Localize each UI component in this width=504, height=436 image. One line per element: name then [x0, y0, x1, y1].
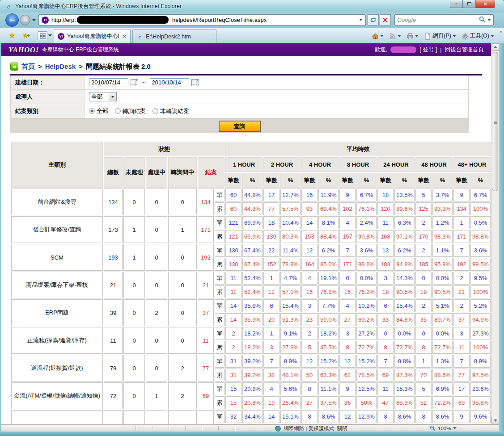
single-value-cell: 9 — [339, 382, 356, 395]
stop-button[interactable]: × — [380, 14, 391, 25]
cumulative-value-cell: 94.9% — [470, 313, 491, 326]
cumulative-value-cell: 37 — [453, 313, 470, 326]
history-dropdown-icon[interactable] — [32, 19, 36, 21]
cumulative-value-cell: 67.4% — [242, 258, 263, 271]
toolbar-overflow-icon[interactable]: » — [500, 29, 502, 34]
search-input[interactable] — [397, 17, 479, 23]
row-type-cell: 累 — [215, 313, 224, 326]
calendar-icon[interactable] — [131, 79, 138, 86]
cumulative-value-cell: 45.5% — [318, 341, 339, 354]
date-to-input[interactable] — [150, 78, 189, 87]
single-value-cell: 8.8% — [394, 355, 415, 368]
page-menu-button[interactable]: 網頁(P) — [422, 31, 458, 41]
single-value-cell: 2 — [225, 327, 241, 340]
close-window-button[interactable]: × — [476, 0, 495, 8]
tab-helpdesk-file[interactable]: e E:\HelpDesk2.htm — [132, 29, 216, 43]
address-dropdown-icon[interactable] — [359, 19, 363, 21]
status-value-cell: 0 — [168, 272, 197, 298]
maximize-button[interactable] — [463, 0, 476, 8]
tools-dropdown-icon[interactable] — [491, 35, 494, 37]
refresh-button[interactable] — [368, 14, 379, 25]
close-type-label: 結案類別 — [11, 104, 85, 118]
single-value-cell: 11 — [377, 216, 394, 229]
title-bar[interactable]: e Yahoo!奇摩購物中心ERP後台管理系統 - Windows Intern… — [0, 0, 504, 13]
form-row-close-type: 結案類別 全部轉詢結案非轉詢結案 — [11, 104, 468, 118]
minimize-button[interactable]: – — [450, 0, 463, 8]
back-home-link[interactable]: 回後台管理首頁 — [445, 46, 484, 54]
avg-time-group-header: 平均時效 — [225, 142, 491, 156]
cumulative-value-cell: 87.3% — [394, 369, 415, 382]
print-dropdown-icon[interactable] — [415, 35, 419, 37]
add-favorite-icon[interactable]: ★ + — [22, 31, 29, 39]
print-button[interactable] — [405, 32, 420, 41]
cumulative-value-cell: 57.5% — [280, 202, 301, 215]
search-dropdown-icon[interactable] — [487, 19, 491, 21]
single-value-cell: 3 — [301, 299, 318, 312]
internet-zone-icon — [275, 426, 281, 432]
sub-col-header: % — [470, 173, 491, 188]
single-value-cell: 6.7% — [356, 189, 377, 201]
page-icon — [424, 33, 431, 40]
single-value-cell: 2 — [453, 299, 470, 312]
cumulative-value-cell: 157 — [339, 230, 356, 243]
closed-value-cell: 171 — [198, 216, 214, 243]
close-type-radio-option[interactable]: 非轉詢結案 — [152, 107, 189, 115]
favorites-center-icon[interactable]: ★ — [9, 31, 15, 39]
cumulative-value-cell: 72.7% — [432, 341, 453, 354]
calendar-icon[interactable] — [191, 79, 199, 86]
cumulative-value-cell: 27.3% — [280, 341, 301, 354]
back-button[interactable]: ← — [5, 13, 19, 27]
page-scrollbar[interactable] — [491, 43, 499, 424]
forward-button[interactable]: → — [20, 15, 30, 25]
single-value-cell: 14 — [263, 410, 280, 423]
search-box[interactable] — [394, 14, 494, 25]
quick-tabs-dropdown-icon[interactable] — [48, 34, 52, 37]
status-value-cell: 0 — [123, 272, 145, 298]
closed-value-cell: 192 — [198, 244, 214, 271]
home-button[interactable] — [370, 32, 385, 41]
date-from-input[interactable] — [89, 78, 128, 87]
status-col-header: 轉詢問中 — [168, 157, 197, 188]
row-type-cell: 累 — [215, 230, 224, 243]
scrollbar-thumb[interactable] — [492, 52, 498, 191]
cumulative-value-cell: 88.6% — [356, 258, 377, 271]
search-icon[interactable] — [479, 16, 485, 24]
site-subtitle: 奇摩購物中心 ERP後台管理系統 — [42, 46, 119, 54]
quick-tabs-button[interactable] — [38, 31, 47, 40]
cumulative-value-cell: 20 — [263, 313, 280, 326]
breadcrumb-home-link[interactable]: 首頁 — [21, 63, 35, 71]
logout-link[interactable]: [ 登出 ] — [419, 46, 437, 54]
tabs-bar: ★ ★ + Y! Yahoo!奇摩購物中心E... × e E:\HelpDes… — [0, 28, 504, 43]
tab-close-icon[interactable]: × — [119, 34, 127, 39]
page-dropdown-icon[interactable] — [453, 35, 456, 37]
single-value-cell: 3 — [453, 327, 470, 340]
cumulative-value-cell: 94.8% — [394, 258, 415, 271]
address-bar[interactable]: Y! http://erp. helpdesk/ReportReqCloseTi… — [38, 14, 366, 25]
scroll-up-icon — [494, 46, 497, 48]
tab-yahoo-erp[interactable]: Y! Yahoo!奇摩購物中心E... × — [54, 29, 131, 43]
sub-col-header: 筆數 — [453, 173, 470, 188]
close-type-radio-option[interactable]: 全部 — [89, 107, 108, 115]
feeds-button[interactable] — [387, 32, 403, 41]
single-value-cell: 1.2% — [432, 216, 453, 229]
handler-select[interactable]: 全部 — [89, 92, 117, 101]
feeds-dropdown-icon[interactable] — [398, 35, 401, 37]
tools-menu-button[interactable]: 工具(O) — [460, 31, 496, 41]
query-button[interactable]: 查詢 — [219, 121, 260, 131]
breadcrumb-helpdesk-link[interactable]: HelpDesk — [45, 63, 76, 71]
cumulative-value-cell: 90.8% — [356, 230, 377, 243]
scroll-down-button[interactable] — [491, 417, 499, 424]
zoom-dropdown-icon[interactable] — [453, 427, 457, 429]
status-col-header: 結案 — [198, 157, 224, 188]
scroll-up-button[interactable] — [491, 43, 499, 51]
close-type-radio-option[interactable]: 轉詢結案 — [115, 107, 146, 115]
single-value-cell: 0 — [415, 272, 432, 285]
cumulative-value-cell: 170 — [415, 230, 432, 243]
zoom-control[interactable]: 100% — [430, 425, 457, 431]
cumulative-value-cell: 38 — [263, 369, 280, 382]
status-col-header: 處理中 — [146, 157, 167, 188]
single-value-cell: 10.2% — [356, 299, 377, 312]
maximize-icon — [467, 2, 471, 5]
home-dropdown-icon[interactable] — [380, 35, 384, 37]
single-value-cell: 5 — [415, 382, 432, 395]
